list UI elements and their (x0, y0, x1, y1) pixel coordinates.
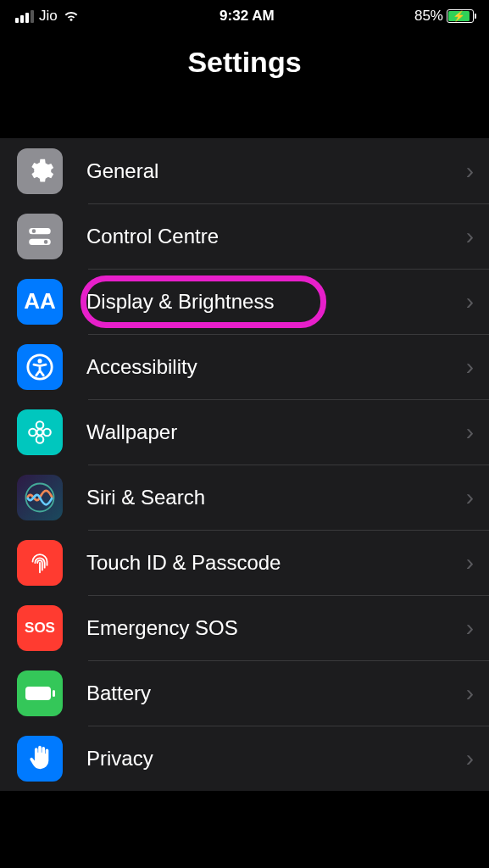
fingerprint-icon (17, 540, 63, 586)
page-header: Settings (0, 29, 489, 103)
row-general[interactable]: General › (0, 138, 489, 203)
chevron-right-icon: › (466, 549, 474, 576)
row-battery[interactable]: Battery › (0, 660, 489, 726)
section-spacer (0, 103, 489, 138)
carrier-label: Jio (39, 8, 58, 25)
row-label: Battery (86, 682, 466, 705)
sos-icon: SOS (17, 605, 63, 651)
status-right: 85% ⚡ (414, 8, 474, 25)
accessibility-icon (17, 344, 63, 390)
hand-icon (17, 736, 63, 782)
row-label: Siri & Search (86, 486, 466, 509)
row-label: Touch ID & Passcode (86, 551, 466, 575)
svg-point-5 (37, 359, 42, 363)
svg-point-6 (36, 429, 42, 435)
row-control-centre[interactable]: Control Centre › (0, 203, 489, 269)
chevron-right-icon: › (466, 680, 474, 707)
row-label: Emergency SOS (86, 616, 466, 640)
svg-point-3 (44, 240, 48, 244)
gear-icon (17, 148, 63, 194)
status-left: Jio (15, 8, 80, 25)
row-siri-search[interactable]: Siri & Search › (0, 465, 489, 530)
svg-point-7 (36, 421, 44, 429)
row-touch-id[interactable]: Touch ID & Passcode › (0, 530, 489, 595)
row-label: Display & Brightness (86, 290, 466, 314)
clock: 9:32 AM (219, 8, 275, 25)
toggles-icon (17, 214, 63, 259)
svg-rect-12 (25, 687, 51, 700)
row-label: General (86, 159, 466, 183)
battery-percent: 85% (414, 8, 443, 25)
row-label: Privacy (86, 747, 466, 771)
chevron-right-icon: › (466, 158, 474, 185)
chevron-right-icon: › (466, 419, 474, 446)
chevron-right-icon: › (466, 288, 474, 315)
page-title: Settings (0, 46, 489, 79)
chevron-right-icon: › (466, 484, 474, 511)
row-display-brightness[interactable]: AA Display & Brightness › (0, 269, 489, 334)
row-label: Accessibility (86, 355, 466, 379)
settings-list: General › Control Centre › AA Display & … (0, 138, 489, 791)
svg-point-1 (32, 229, 36, 233)
battery-icon: ⚡ (447, 9, 474, 23)
svg-point-8 (36, 436, 44, 443)
chevron-right-icon: › (466, 615, 474, 642)
row-wallpaper[interactable]: Wallpaper › (0, 399, 489, 465)
siri-icon (17, 475, 63, 520)
status-bar: Jio 9:32 AM 85% ⚡ (0, 0, 489, 29)
svg-rect-13 (53, 690, 55, 697)
battery-full-icon (17, 670, 63, 716)
wifi-icon (63, 10, 80, 22)
svg-point-10 (43, 428, 51, 436)
row-privacy[interactable]: Privacy › (0, 726, 489, 791)
chevron-right-icon: › (466, 353, 474, 381)
chevron-right-icon: › (466, 745, 474, 772)
flower-icon (17, 409, 63, 455)
row-accessibility[interactable]: Accessibility › (0, 334, 489, 399)
row-label: Control Centre (86, 225, 466, 248)
svg-point-9 (29, 428, 36, 436)
row-emergency-sos[interactable]: SOS Emergency SOS › (0, 595, 489, 660)
chevron-right-icon: › (466, 223, 474, 250)
row-label: Wallpaper (86, 420, 466, 444)
text-size-icon: AA (17, 279, 63, 325)
cellular-signal-icon (15, 10, 34, 23)
